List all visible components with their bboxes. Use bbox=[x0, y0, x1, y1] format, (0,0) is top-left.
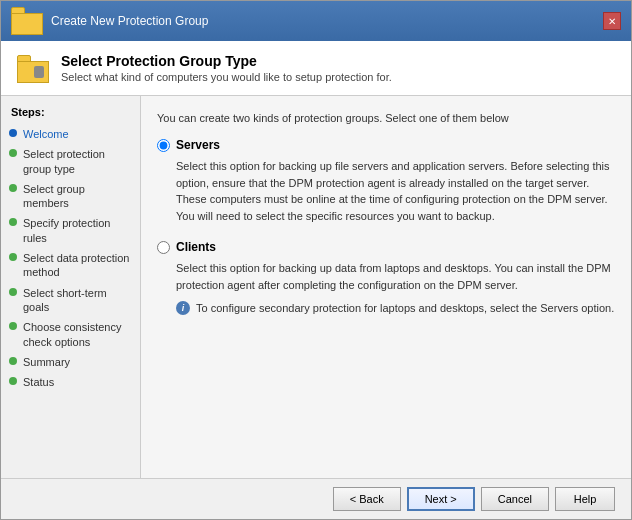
dialog-title: Create New Protection Group bbox=[51, 14, 208, 28]
title-bar-left: Create New Protection Group bbox=[11, 7, 208, 35]
header-icon bbox=[17, 55, 49, 83]
footer: < Back Next > Cancel Help bbox=[1, 478, 631, 519]
dialog: Create New Protection Group ✕ Select Pro… bbox=[0, 0, 632, 520]
step-dot-consistency bbox=[9, 322, 17, 330]
sidebar-label-select-members: Select group members bbox=[23, 182, 132, 211]
step-dot-summary bbox=[9, 357, 17, 365]
sidebar-label-welcome: Welcome bbox=[23, 127, 69, 141]
servers-option-group: Servers Select this option for backing u… bbox=[157, 138, 615, 224]
close-button[interactable]: ✕ bbox=[603, 12, 621, 30]
step-dot-select-method bbox=[9, 253, 17, 261]
servers-radio-label[interactable]: Servers bbox=[157, 138, 615, 152]
sidebar-label-short-term: Select short-term goals bbox=[23, 286, 132, 315]
clients-radio-label[interactable]: Clients bbox=[157, 240, 615, 254]
step-dot-specify-rules bbox=[9, 218, 17, 226]
sidebar-item-select-members[interactable]: Select group members bbox=[1, 179, 140, 214]
page-subtitle: Select what kind of computers you would … bbox=[61, 71, 392, 83]
sidebar-item-welcome[interactable]: Welcome bbox=[1, 124, 140, 144]
sidebar-label-select-method: Select data protection method bbox=[23, 251, 132, 280]
info-box: i To configure secondary protection for … bbox=[176, 301, 615, 316]
servers-option-title: Servers bbox=[176, 138, 220, 152]
step-dot-welcome bbox=[9, 129, 17, 137]
sidebar-label-select-type: Select protection group type bbox=[23, 147, 132, 176]
step-dot-select-members bbox=[9, 184, 17, 192]
sidebar-item-select-type[interactable]: Select protection group type bbox=[1, 144, 140, 179]
main-content: You can create two kinds of protection g… bbox=[141, 96, 631, 478]
sidebar-item-consistency[interactable]: Choose consistency check options bbox=[1, 317, 140, 352]
servers-radio[interactable] bbox=[157, 139, 170, 152]
dialog-icon bbox=[11, 7, 43, 35]
next-button[interactable]: Next > bbox=[407, 487, 475, 511]
sidebar-item-specify-rules[interactable]: Specify protection rules bbox=[1, 213, 140, 248]
help-button[interactable]: Help bbox=[555, 487, 615, 511]
clients-radio[interactable] bbox=[157, 241, 170, 254]
info-text: To configure secondary protection for la… bbox=[196, 301, 614, 316]
header-text: Select Protection Group Type Select what… bbox=[61, 53, 392, 83]
sidebar-label-status: Status bbox=[23, 375, 54, 389]
sidebar-label-specify-rules: Specify protection rules bbox=[23, 216, 132, 245]
page-title: Select Protection Group Type bbox=[61, 53, 392, 69]
sidebar-item-short-term[interactable]: Select short-term goals bbox=[1, 283, 140, 318]
step-dot-select-type bbox=[9, 149, 17, 157]
clients-option-description: Select this option for backing up data f… bbox=[176, 260, 615, 293]
servers-option-description: Select this option for backing up file s… bbox=[176, 158, 615, 224]
clients-option-title: Clients bbox=[176, 240, 216, 254]
sidebar-item-select-method[interactable]: Select data protection method bbox=[1, 248, 140, 283]
back-button[interactable]: < Back bbox=[333, 487, 401, 511]
title-bar: Create New Protection Group ✕ bbox=[1, 1, 631, 41]
step-dot-short-term bbox=[9, 288, 17, 296]
sidebar-label-summary: Summary bbox=[23, 355, 70, 369]
sidebar: Steps: Welcome Select protection group t… bbox=[1, 96, 141, 478]
info-icon: i bbox=[176, 301, 190, 315]
sidebar-item-summary[interactable]: Summary bbox=[1, 352, 140, 372]
clients-option-group: Clients Select this option for backing u… bbox=[157, 240, 615, 316]
intro-text: You can create two kinds of protection g… bbox=[157, 112, 615, 124]
steps-label: Steps: bbox=[1, 106, 140, 124]
sidebar-label-consistency: Choose consistency check options bbox=[23, 320, 132, 349]
sidebar-item-status[interactable]: Status bbox=[1, 372, 140, 392]
step-dot-status bbox=[9, 377, 17, 385]
content-area: Steps: Welcome Select protection group t… bbox=[1, 96, 631, 478]
header-section: Select Protection Group Type Select what… bbox=[1, 41, 631, 96]
cancel-button[interactable]: Cancel bbox=[481, 487, 549, 511]
